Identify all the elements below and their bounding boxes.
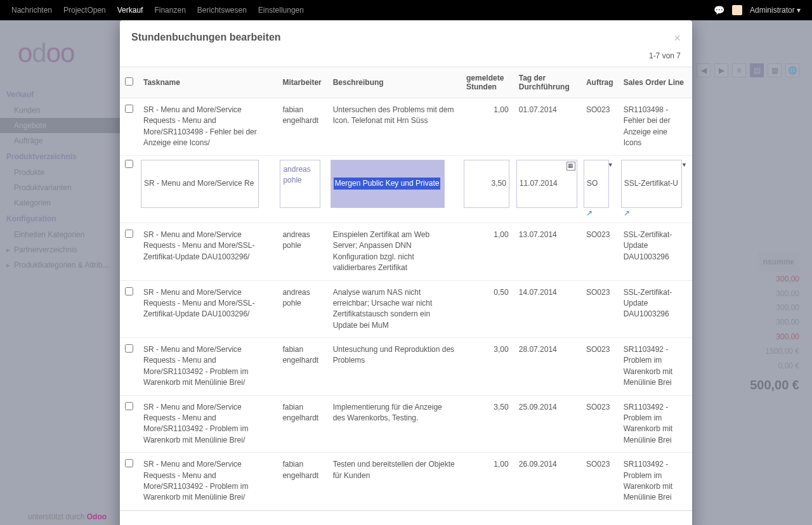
navbar-user-area: 💬 Administrator ▾ [714,5,801,15]
employee-input[interactable]: andreas pohle [280,160,320,208]
external-link-icon[interactable]: ↗ [621,209,630,217]
header-checkbox[interactable] [125,77,133,86]
cell-date: 14.07.2014 [514,280,581,338]
cell-order-line: SR1103492 - Problem im Warenkorb mit Men… [619,395,692,453]
cell-employee: fabian engelhardt [277,395,327,453]
row-checkbox[interactable] [125,459,133,467]
cell-date: 01.07.2014 [514,98,581,156]
nav-berichtswesen[interactable]: Berichtswesen [197,6,247,15]
footer-brand[interactable]: Odoo [87,512,107,521]
modal-title: Stundenbuchungen bearbeiten [131,32,281,43]
row-checkbox[interactable] [125,105,133,113]
cell-order: SO023 [581,453,619,510]
cell-employee: fabian engelhardt [277,98,327,156]
cell-description: Untesuchung und Reproduktion des Problem… [328,338,461,396]
page-footer: unterstützt durch Odoo [0,509,134,525]
col-datum[interactable]: Tag der Durchführung [514,67,581,98]
nav-verkauf[interactable]: Verkauf [117,6,143,15]
cell-date: 25.09.2014 [514,395,581,453]
cell-description: Einspielen Zertifikat am Web Server; Anp… [328,223,461,280]
nav-nachrichten[interactable]: Nachrichten [11,6,52,15]
col-taskname[interactable]: Taskname [138,67,277,98]
cell-task: SR - Menu and More/Service Requests - Me… [138,453,277,510]
cell-description: Analyse warum NAS nicht erreichbar; Ursa… [328,280,461,338]
cell-employee: fabian engelhardt [277,338,327,396]
row-checkbox[interactable] [125,160,133,168]
cell-date: 13.07.2014 [514,223,581,280]
calendar-icon[interactable]: ▦ [566,162,575,171]
nav-finanzen[interactable]: Finanzen [154,6,185,15]
order-line-select[interactable]: SSL-Zertifikat-U [621,160,682,208]
nav-links: Nachrichten ProjectOpen Verkauf Finanzen… [11,6,304,15]
modal-close-icon[interactable]: × [674,32,681,45]
date-input[interactable]: 11.07.2014▦ [516,160,577,208]
order-select[interactable]: SO [584,160,609,208]
description-input[interactable]: Mergen Public Key und Private [331,160,445,208]
external-link-icon[interactable]: ↗ [584,209,593,217]
cell-order: SO023 [581,395,619,453]
conversation-icon[interactable]: 💬 [714,5,724,15]
col-sol[interactable]: Sales Order Line [619,67,692,98]
cell-order: SO023 [581,223,619,280]
timesheet-table: Taskname Mitarbeiter Beschreibung gemeld… [120,67,692,510]
nav-projectopen[interactable]: ProjectOpen [63,6,106,15]
user-menu[interactable]: Administrator ▾ [750,6,801,15]
cell-date: 26.09.2014 [514,453,581,510]
col-auftrag[interactable]: Auftrag [581,67,619,98]
hours-input[interactable]: 3,50 [464,160,509,208]
table-row[interactable]: SR - Menu and More/Service Requests - Me… [120,223,692,280]
task-input[interactable]: SR - Menu and More/Service Re [141,160,259,208]
modal-pager: 1-7 von 7 [120,51,692,67]
table-row[interactable]: SR - Menu and More/Service Requests - Me… [120,395,692,453]
cell-order: SO023 [581,98,619,156]
cell-task: SR - Menu and More/Service Requests - Me… [138,338,277,396]
cell-hours: 3,50 [461,395,514,453]
cell-order-line: SSL-Zertifikat-Update DAU1003296 [619,223,692,280]
cell-employee: andreas pohle [277,223,327,280]
cell-task: SR - Menu and More/Service Requests - Me… [138,395,277,453]
row-checkbox[interactable] [125,402,133,410]
cell-date: 28.07.2014 [514,338,581,396]
cell-task: SR - Menu and More/Service Requests - Me… [138,98,277,156]
cell-task: SR - Menu and More/Service Requests - Me… [138,280,277,338]
cell-description: Testen und bereitstellen der Objekte für… [328,453,461,510]
table-row[interactable]: SR - Menu and More/Service Requests - Me… [120,453,692,510]
modal-backdrop: Stundenbuchungen bearbeiten × 1-7 von 7 … [0,20,812,525]
row-checkbox[interactable] [125,287,133,295]
cell-hours: 1,00 [461,223,514,280]
chevron-down-icon[interactable]: ▼ [608,161,613,169]
cell-order-line: SR1103492 - Problem im Warenkorb mit Men… [619,338,692,396]
cell-description: Implementierung für die Anzeige des Ware… [328,395,461,453]
row-checkbox[interactable] [125,230,133,238]
cell-hours: 0,50 [461,280,514,338]
col-mitarbeiter[interactable]: Mitarbeiter [277,67,327,98]
cell-employee: andreas pohle [277,280,327,338]
cell-task: SR - Menu and More/Service Requests - Me… [138,223,277,280]
cell-order-line: SR1103492 - Problem im Warenkorb mit Men… [619,453,692,510]
cell-hours: 1,00 [461,98,514,156]
col-stunden[interactable]: gemeldete Stunden [461,67,514,98]
nav-einstellungen[interactable]: Einstellungen [258,6,304,15]
cell-order: SO023 [581,280,619,338]
modal-dialog: Stundenbuchungen bearbeiten × 1-7 von 7 … [120,20,692,525]
navbar: Nachrichten ProjectOpen Verkauf Finanzen… [0,0,812,20]
cell-order: SO023 [581,338,619,396]
cell-employee: fabian engelhardt [277,453,327,510]
table-row[interactable]: SR - Menu and More/Service Requests - Me… [120,338,692,396]
col-beschreibung[interactable]: Beschreibung [328,67,461,98]
cell-hours: 1,00 [461,453,514,510]
cell-order-line: SR1103498 - Fehler bei der Anzeige eine … [619,98,692,156]
table-row[interactable]: SR - Menu and More/Service Requests - Me… [120,98,692,156]
row-checkbox[interactable] [125,344,133,353]
cell-hours: 3,00 [461,338,514,396]
modal-footer [120,510,692,525]
chevron-down-icon[interactable]: ▼ [681,161,687,169]
cell-description: Untersuchen des Problems mit dem Icon. T… [328,98,461,156]
avatar[interactable] [732,5,742,15]
table-row[interactable]: SR - Menu and More/Service Reandreas poh… [120,155,692,223]
table-row[interactable]: SR - Menu and More/Service Requests - Me… [120,280,692,338]
cell-order-line: SSL-Zertifikat-Update DAU1003296 [619,280,692,338]
